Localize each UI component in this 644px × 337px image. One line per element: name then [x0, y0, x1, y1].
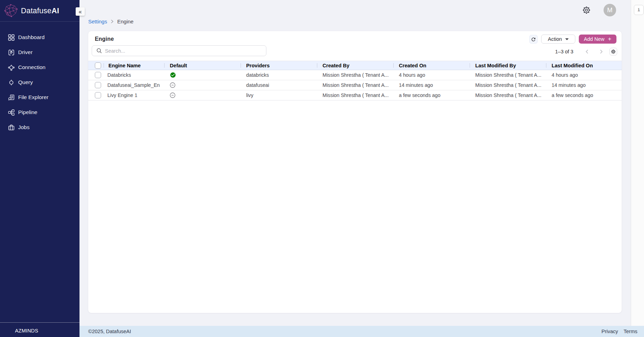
- sidebar-item-file-explorer[interactable]: File Explorer: [0, 91, 79, 104]
- sidebar-item-label: Jobs: [18, 124, 30, 130]
- search-icon: [97, 48, 102, 53]
- cell-modified-on: 14 minutes ago: [546, 80, 622, 90]
- sidebar-nav: Dashboard Driver: [0, 31, 79, 136]
- plus-icon: +: [608, 36, 611, 42]
- col-header-last-modified-by[interactable]: Last Modified By: [470, 61, 546, 70]
- action-button[interactable]: Action: [541, 35, 575, 44]
- sidebar-item-label: Dashboard: [18, 34, 45, 40]
- sidebar-item-dashboard[interactable]: Dashboard: [0, 31, 79, 44]
- cell-created-on: 14 minutes ago: [393, 80, 470, 90]
- table-row[interactable]: Databricks databricks Mission Shrestha (…: [88, 70, 622, 80]
- cell-modified-on: 4 hours ago: [546, 70, 622, 80]
- search-input[interactable]: [105, 48, 258, 54]
- sidebar-item-label: Driver: [18, 49, 32, 55]
- footer-privacy-link[interactable]: Privacy: [601, 329, 618, 334]
- default-on-icon: [170, 72, 176, 78]
- table-header-row: Engine Name Default Providers Created By…: [88, 61, 622, 70]
- page-footer: ©2025, DatafuseAI Privacy Terms: [79, 326, 644, 337]
- cell-created-by: Mission Shrestha ( Tenant A...: [317, 90, 393, 100]
- add-new-button[interactable]: Add New +: [579, 35, 616, 44]
- breadcrumb: Settings Engine: [88, 18, 134, 24]
- cell-engine-name: Livy Engine 1: [104, 90, 164, 100]
- cell-engine-name: Datafuseai_Sample_En: [104, 80, 164, 90]
- refresh-button[interactable]: [529, 35, 538, 44]
- table-row[interactable]: Datafuseai_Sample_En datafuseai Mission …: [88, 80, 622, 90]
- row-checkbox[interactable]: [95, 92, 101, 98]
- info-button[interactable]: i: [634, 5, 644, 15]
- cell-provider: datafuseai: [241, 80, 317, 90]
- col-header-created-on[interactable]: Created On: [393, 61, 470, 70]
- sidebar: DatafuseAI Dashboard Driver: [0, 0, 79, 337]
- row-checkbox[interactable]: [95, 82, 101, 88]
- settings-gear-icon[interactable]: [583, 6, 590, 14]
- cell-engine-name: Databricks: [104, 70, 164, 80]
- engine-card: Engine Action Add New + 1–3 of 3: [88, 31, 622, 313]
- cell-modified-by: Mission Shrestha ( Tenant A...: [470, 80, 546, 90]
- col-header-created-by[interactable]: Created By: [317, 61, 393, 70]
- sidebar-item-label: Pipeline: [18, 109, 37, 115]
- brand-name: DatafuseAI: [21, 7, 59, 15]
- sidebar-item-driver[interactable]: Driver: [0, 46, 79, 59]
- query-icon: [8, 79, 15, 86]
- cell-modified-by: Mission Shrestha ( Tenant A...: [470, 90, 546, 100]
- cell-modified-by: Mission Shrestha ( Tenant A...: [470, 70, 546, 80]
- footer-terms-link[interactable]: Terms: [624, 329, 637, 334]
- sidebar-collapse-button[interactable]: «: [76, 7, 85, 16]
- sidebar-item-jobs[interactable]: Jobs: [0, 121, 79, 134]
- cell-provider: databricks: [241, 70, 317, 80]
- col-header-engine-name[interactable]: Engine Name: [104, 61, 164, 70]
- default-off-icon: [170, 82, 175, 88]
- sidebar-footer-divider: [0, 322, 79, 323]
- pagination-prev-icon[interactable]: [585, 49, 590, 54]
- col-header-providers[interactable]: Providers: [241, 61, 317, 70]
- sidebar-divider: [0, 21, 79, 22]
- sidebar-footer-label: AZMINDS: [15, 328, 38, 334]
- connection-icon: [8, 64, 15, 71]
- avatar[interactable]: M: [604, 4, 616, 16]
- search-box: [92, 45, 266, 56]
- breadcrumb-chevron-icon: [111, 20, 113, 23]
- cell-created-on: a few seconds ago: [393, 90, 470, 100]
- sidebar-item-label: Query: [18, 79, 33, 85]
- pagination-next-icon[interactable]: [599, 49, 604, 54]
- table-settings-gear-icon[interactable]: [609, 48, 617, 55]
- sidebar-item-connection[interactable]: Connection: [0, 61, 79, 74]
- select-all-checkbox[interactable]: [95, 62, 101, 69]
- default-off-icon: [170, 92, 175, 98]
- caret-down-icon: [565, 38, 569, 40]
- cell-modified-on: a few seconds ago: [546, 90, 622, 100]
- breadcrumb-current: Engine: [117, 18, 134, 24]
- dashboard-grid-icon: [8, 34, 15, 41]
- page-title: Engine: [95, 36, 114, 42]
- table-row[interactable]: Livy Engine 1 livy Mission Shrestha ( Te…: [88, 90, 622, 100]
- breadcrumb-settings-link[interactable]: Settings: [88, 18, 107, 24]
- sidebar-item-query[interactable]: Query: [0, 76, 79, 89]
- row-checkbox[interactable]: [95, 72, 101, 78]
- cell-provider: livy: [241, 90, 317, 100]
- col-header-default[interactable]: Default: [164, 61, 241, 70]
- add-new-button-label: Add New: [584, 36, 605, 42]
- brand-logo-icon: [4, 4, 18, 17]
- cell-created-on: 4 hours ago: [393, 70, 470, 80]
- col-header-last-modified-on[interactable]: Last Modified On: [546, 61, 622, 70]
- jobs-icon: [8, 124, 15, 131]
- cell-default: [164, 80, 241, 90]
- driver-icon: [8, 49, 15, 56]
- brand-logo: DatafuseAI: [4, 4, 59, 18]
- right-side-panel: i: [631, 0, 644, 326]
- cell-created-by: Mission Shrestha ( Tenant A...: [317, 80, 393, 90]
- file-explorer-icon: [8, 94, 15, 101]
- sidebar-item-pipeline[interactable]: Pipeline: [0, 106, 79, 119]
- pipeline-icon: [8, 109, 15, 116]
- footer-copyright: ©2025, DatafuseAI: [88, 329, 131, 334]
- pagination-range: 1–3 of 3: [555, 49, 573, 54]
- cell-created-by: Mission Shrestha ( Tenant A...: [317, 70, 393, 80]
- cell-default: [164, 90, 241, 100]
- sidebar-item-label: File Explorer: [18, 94, 48, 100]
- engine-table: Engine Name Default Providers Created By…: [88, 61, 622, 100]
- action-button-label: Action: [548, 36, 562, 42]
- cell-default: [164, 70, 241, 80]
- sidebar-item-label: Connection: [18, 64, 45, 70]
